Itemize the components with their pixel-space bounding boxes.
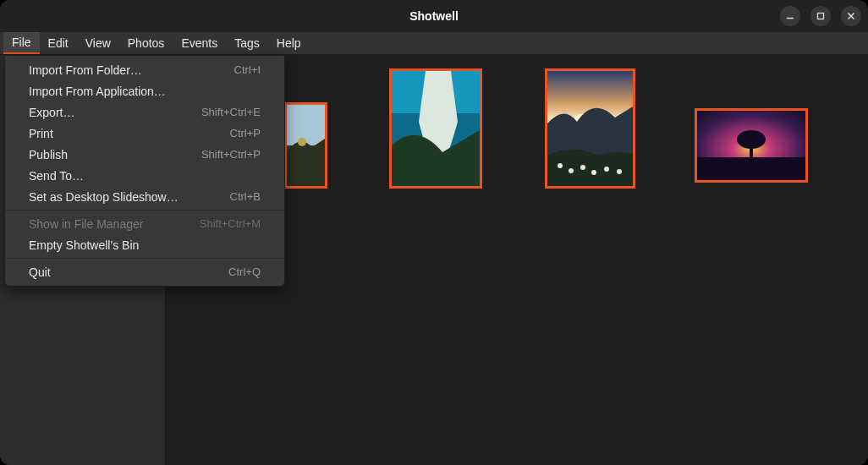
menu-show-in-files: Show in File Manager Shift+Ctrl+M	[5, 213, 284, 234]
menu-item-label: Set as Desktop Slideshow…	[29, 190, 179, 204]
maximize-icon	[816, 12, 825, 20]
menu-item-label: Export…	[29, 106, 74, 119]
svg-point-12	[569, 168, 574, 173]
titlebar: Shotwell	[0, 0, 868, 32]
svg-point-11	[558, 163, 563, 168]
menu-tags[interactable]: Tags	[226, 32, 268, 54]
svg-point-16	[617, 169, 622, 174]
svg-rect-4	[287, 105, 325, 145]
close-button[interactable]	[841, 6, 861, 26]
menu-set-slideshow[interactable]: Set as Desktop Slideshow… Ctrl+B	[5, 186, 284, 207]
menu-separator	[5, 258, 284, 259]
menu-item-shortcut: Ctrl+Q	[228, 265, 261, 278]
menu-item-label: Print	[29, 127, 53, 140]
svg-point-21	[750, 160, 753, 163]
menu-item-label: Import From Folder…	[29, 63, 142, 77]
menu-item-shortcut: Ctrl+I	[234, 63, 261, 76]
menu-view[interactable]: View	[77, 32, 119, 54]
menu-item-shortcut: Ctrl+B	[230, 190, 261, 203]
menu-edit[interactable]: Edit	[40, 32, 77, 54]
menu-quit[interactable]: Quit Ctrl+Q	[5, 261, 284, 282]
svg-point-14	[591, 170, 596, 175]
photo-thumbnail[interactable]	[389, 68, 482, 189]
minimize-button[interactable]	[780, 6, 800, 26]
menu-publish[interactable]: Publish Shift+Ctrl+P	[5, 144, 284, 165]
menu-item-label: Import From Application…	[29, 85, 166, 98]
menu-item-shortcut: Ctrl+P	[230, 127, 261, 140]
menu-print[interactable]: Print Ctrl+P	[5, 123, 284, 144]
main-window: Shotwell File Edit View Photos Events Ta…	[0, 0, 868, 465]
menu-help[interactable]: Help	[268, 32, 310, 54]
menu-export[interactable]: Export… Shift+Ctrl+E	[5, 101, 284, 123]
photo-thumbnail[interactable]	[695, 108, 808, 183]
photo-thumbnail[interactable]	[545, 68, 635, 189]
menu-file[interactable]: File	[3, 32, 40, 54]
close-icon	[847, 12, 855, 20]
menubar: File Edit View Photos Events Tags Help	[0, 32, 868, 55]
photo-thumbnail[interactable]	[284, 102, 327, 189]
menu-import-folder[interactable]: Import From Folder… Ctrl+I	[5, 59, 284, 80]
svg-rect-1	[818, 14, 824, 19]
menu-separator	[5, 210, 284, 211]
menu-item-label: Show in File Manager	[29, 217, 143, 231]
svg-rect-20	[750, 143, 753, 160]
menu-item-shortcut: Shift+Ctrl+P	[201, 148, 261, 161]
menu-photos[interactable]: Photos	[119, 32, 173, 54]
svg-point-13	[580, 165, 585, 170]
menu-item-label: Quit	[29, 265, 51, 279]
minimize-icon	[786, 12, 794, 20]
menu-events[interactable]: Events	[173, 32, 226, 54]
window-title: Shotwell	[409, 9, 459, 23]
menu-send-to[interactable]: Send To…	[5, 165, 284, 186]
svg-point-15	[604, 167, 609, 172]
menu-import-application[interactable]: Import From Application…	[5, 80, 284, 101]
menu-item-shortcut: Shift+Ctrl+M	[200, 217, 261, 230]
menu-item-label: Publish	[29, 148, 68, 161]
menu-item-label: Empty Shotwell's Bin	[29, 238, 139, 252]
menu-empty-bin[interactable]: Empty Shotwell's Bin	[5, 234, 284, 255]
maximize-button[interactable]	[810, 6, 831, 26]
file-menu-dropdown: Import From Folder… Ctrl+I Import From A…	[4, 55, 285, 287]
svg-point-6	[298, 138, 306, 146]
menu-item-label: Send To…	[29, 169, 84, 183]
window-controls	[780, 6, 861, 26]
menu-item-shortcut: Shift+Ctrl+E	[201, 106, 261, 118]
